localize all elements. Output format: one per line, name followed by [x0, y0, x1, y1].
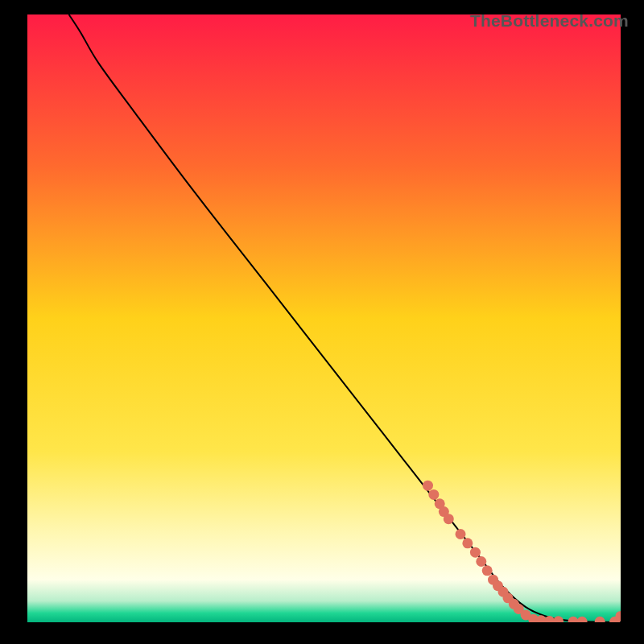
chart-frame: TheBottleneck.com — [0, 0, 644, 644]
chart-canvas — [27, 14, 621, 622]
data-bead — [456, 529, 466, 539]
data-bead — [423, 481, 433, 491]
data-bead — [482, 565, 493, 576]
data-bead — [476, 556, 486, 567]
data-bead — [470, 547, 481, 558]
watermark-text: TheBottleneck.com — [470, 11, 629, 31]
plot-area: TheBottleneck.com — [27, 14, 621, 622]
data-bead — [444, 514, 454, 524]
data-bead — [462, 538, 473, 548]
gradient-background — [27, 14, 621, 622]
data-bead — [428, 489, 439, 500]
